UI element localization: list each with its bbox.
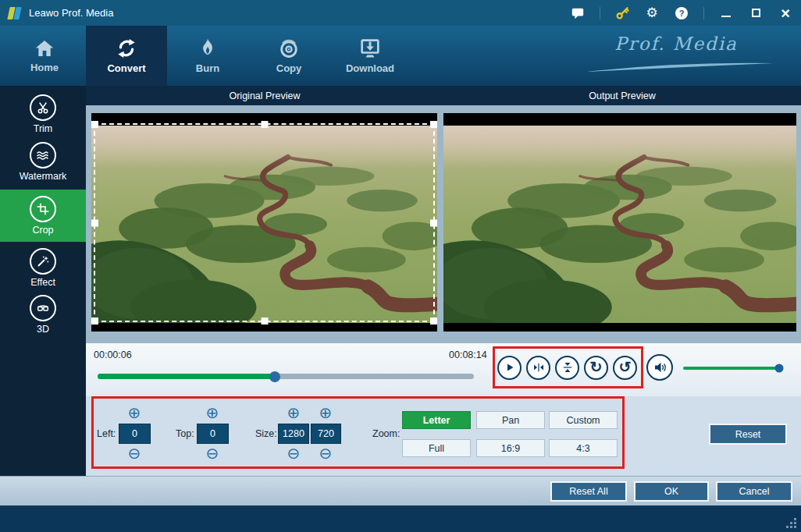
left-field-label: Left: [97, 428, 116, 439]
tab-copy[interactable]: Copy [248, 26, 329, 86]
speaker-icon [652, 360, 668, 375]
left-value-field[interactable]: 0 [119, 424, 151, 444]
current-time: 00:00:06 [94, 349, 132, 360]
crop-handle-top-center[interactable] [261, 121, 268, 128]
status-footer [0, 505, 801, 532]
zoom-option-letter[interactable]: Letter [402, 411, 471, 429]
tab-download-label: Download [346, 62, 394, 74]
seek-bar[interactable] [98, 374, 474, 379]
top-field-label: Top: [176, 428, 194, 439]
copy-disc-icon [278, 37, 300, 59]
brand-swoosh [582, 60, 778, 74]
tab-convert[interactable]: Convert [86, 26, 167, 86]
main-nav: Home Convert Burn Co [0, 26, 801, 86]
top-value-field[interactable]: 0 [197, 424, 229, 444]
flip-horizontal-button[interactable] [526, 356, 550, 380]
crop-handle-bottom-center[interactable] [261, 317, 268, 325]
sidebar-item-watermark[interactable]: Watermark [0, 142, 86, 183]
height-increment-button[interactable]: ⊕ [317, 405, 334, 422]
resize-grip[interactable] [786, 518, 796, 528]
top-increment-button[interactable]: ⊕ [204, 405, 221, 422]
rotate-clockwise-button[interactable]: ↻ [584, 356, 608, 380]
original-video-pane[interactable] [91, 113, 437, 332]
sidebar-item-crop[interactable]: Crop [0, 190, 86, 242]
sidebar-item-3d[interactable]: 3D [0, 295, 86, 335]
effect-wand-icon [30, 248, 56, 275]
volume-button[interactable] [646, 354, 673, 381]
zoom-field-label: Zoom: [372, 428, 400, 439]
height-value-field[interactable]: 720 [311, 424, 341, 444]
top-decrement-button[interactable]: ⊖ [204, 445, 221, 463]
tab-download[interactable]: Download [329, 26, 411, 86]
width-value-field[interactable]: 1280 [278, 424, 309, 444]
home-icon [33, 38, 56, 59]
tab-home[interactable]: Home [4, 26, 85, 86]
help-icon[interactable]: ? [674, 5, 689, 21]
annotation-box-crop-controls [91, 396, 625, 469]
crop-selection-overlay[interactable] [94, 123, 435, 322]
volume-level-line [683, 367, 783, 370]
reset-all-button[interactable]: Reset All [550, 481, 627, 502]
left-increment-button[interactable]: ⊕ [126, 405, 143, 422]
zoom-option-16-9[interactable]: 16:9 [476, 439, 545, 457]
zoom-option-custom[interactable]: Custom [549, 411, 618, 429]
crop-icon [30, 196, 56, 222]
seek-thumb[interactable] [269, 371, 280, 382]
tab-burn[interactable]: Burn [167, 26, 248, 86]
reset-button[interactable]: Reset [709, 424, 787, 445]
key-icon[interactable] [614, 5, 630, 21]
preview-area [86, 105, 801, 343]
sidebar-item-label: Effect [30, 277, 55, 288]
zoom-option-pan[interactable]: Pan [476, 411, 545, 429]
brand-script: Prof. Media [582, 34, 770, 54]
rotate-cw-icon: ↻ [590, 360, 603, 374]
trim-scissors-icon [30, 94, 56, 121]
bottom-action-bar: Reset All OK Cancel [0, 476, 801, 505]
settings-gear-icon[interactable]: ⚙ [644, 5, 660, 21]
total-time: 00:08:14 [449, 349, 487, 360]
left-decrement-button[interactable]: ⊖ [126, 445, 143, 463]
play-icon [504, 362, 515, 373]
3d-glasses-icon [30, 295, 56, 321]
rotate-ccw-icon: ↺ [619, 360, 632, 374]
app-logo-icon [8, 6, 22, 20]
sidebar-item-label: Trim [34, 123, 53, 134]
height-decrement-button[interactable]: ⊖ [317, 445, 334, 463]
crop-controls-row: Left: ⊕ 0 ⊖ Top: ⊕ 0 ⊖ Size: ⊕ 1280 ⊖ ⊕ … [86, 396, 801, 476]
chat-icon[interactable] [570, 5, 586, 21]
flip-horizontal-icon [532, 361, 545, 374]
volume-slider[interactable] [683, 364, 783, 372]
sidebar-item-effect[interactable]: Effect [0, 248, 86, 289]
zoom-option-full[interactable]: Full [402, 439, 471, 457]
sidebar-item-trim[interactable]: Trim [0, 94, 86, 135]
crop-handle-top-right[interactable] [430, 121, 437, 128]
sidebar-item-label: Watermark [20, 171, 67, 182]
titlebar-separator [600, 7, 600, 20]
maximize-icon[interactable] [748, 5, 764, 21]
rotate-counterclockwise-button[interactable]: ↺ [613, 356, 637, 380]
play-button[interactable] [497, 356, 522, 380]
tab-copy-label: Copy [276, 62, 302, 74]
tab-convert-label: Convert [107, 62, 145, 74]
width-decrement-button[interactable]: ⊖ [285, 445, 302, 463]
sidebar-item-label: Crop [32, 225, 53, 236]
watermark-waves-icon [30, 142, 56, 168]
crop-handle-top-left[interactable] [91, 121, 98, 128]
timeline-row: 00:00:06 00:08:14 ↻ ↺ [86, 343, 801, 396]
width-increment-button[interactable]: ⊕ [285, 405, 302, 422]
zoom-option-4-3[interactable]: 4:3 [549, 439, 618, 457]
preview-header-bar: Original Preview Output Preview [86, 86, 801, 105]
crop-handle-mid-right[interactable] [430, 219, 437, 226]
ok-button[interactable]: OK [634, 481, 709, 502]
original-preview-label: Original Preview [86, 86, 443, 105]
crop-handle-bottom-left[interactable] [91, 317, 98, 325]
volume-thumb[interactable] [774, 364, 783, 373]
tab-home-label: Home [30, 62, 59, 73]
cancel-button[interactable]: Cancel [716, 481, 792, 502]
size-field-label: Size: [255, 428, 277, 439]
crop-handle-mid-left[interactable] [91, 219, 98, 226]
close-icon[interactable]: × [778, 5, 793, 21]
crop-handle-bottom-right[interactable] [430, 317, 437, 325]
flip-vertical-button[interactable] [555, 356, 579, 380]
minimize-icon[interactable] [718, 5, 734, 21]
